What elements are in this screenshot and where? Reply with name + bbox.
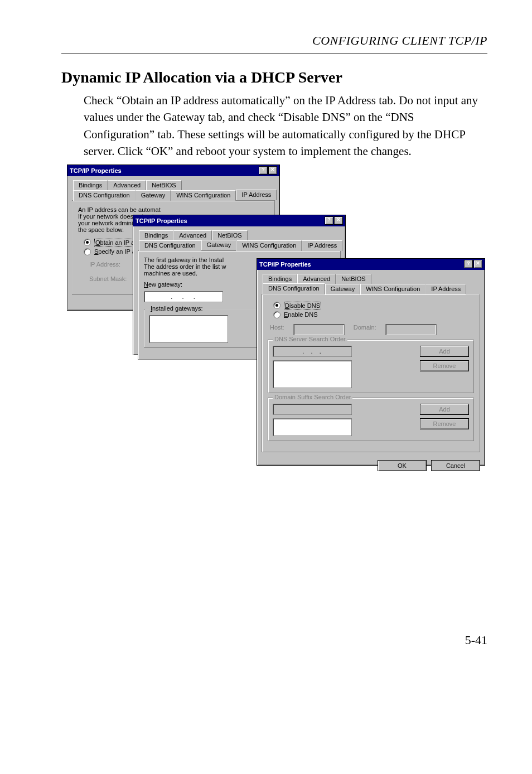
suffix-field: [273, 404, 352, 415]
tab-wins-config[interactable]: WINS Configuration: [360, 284, 425, 294]
dns-list: [273, 360, 352, 388]
suffix-list: [273, 418, 352, 436]
titlebar: TCP/IP Properties ? ✕: [133, 215, 345, 226]
label-host: Host:: [270, 324, 284, 331]
tab-bindings[interactable]: Bindings: [263, 274, 297, 284]
tab-ip-address[interactable]: IP Address: [236, 190, 277, 200]
group-dns-search-order: DNS Server Search Order: [273, 336, 347, 342]
radio-dot-icon: [84, 239, 91, 246]
group-domain-suffix: Domain Suffix Search Order: [273, 394, 352, 400]
domain-field: [385, 324, 437, 335]
tab-dns-config[interactable]: DNS Configuration: [139, 240, 201, 251]
radio-label: Disable DNS: [284, 302, 321, 309]
label-installed-gateways: Installed gateways:: [149, 305, 205, 312]
tab-gateway[interactable]: Gateway: [325, 284, 360, 294]
add-button: Add: [420, 404, 469, 415]
tab-netbios[interactable]: NetBIOS: [212, 230, 247, 240]
remove-button: Remove: [420, 418, 469, 429]
tabs-row-back: Bindings Advanced NetBIOS: [72, 180, 275, 190]
titlebar: TCP/IP Properties ? ✕: [257, 259, 485, 270]
tab-gateway[interactable]: Gateway: [136, 190, 171, 201]
dns-ip-field: . . .: [273, 346, 352, 357]
tab-advanced[interactable]: Advanced: [108, 180, 146, 190]
running-header: CONFIGURING CLIENT TCP/IP: [61, 33, 487, 54]
tab-ip-address[interactable]: IP Address: [425, 284, 466, 294]
tab-bindings[interactable]: Bindings: [139, 230, 173, 240]
body-text: Check “Obtain an IP address automaticall…: [84, 92, 487, 160]
ok-button[interactable]: OK: [378, 460, 427, 471]
tab-advanced[interactable]: Advanced: [297, 274, 336, 284]
tab-advanced[interactable]: Advanced: [173, 230, 212, 240]
new-gateway-field[interactable]: . . .: [144, 291, 223, 302]
close-icon[interactable]: ✕: [473, 260, 482, 268]
label-domain: Domain:: [354, 324, 376, 331]
tab-netbios[interactable]: NetBIOS: [336, 274, 371, 284]
title-text: TCP/IP Properties: [70, 167, 122, 174]
title-text: TCP/IP Properties: [259, 261, 311, 268]
tab-dns-config[interactable]: DNS Configuration: [73, 190, 136, 201]
tab-wins-config[interactable]: WINS Configuration: [236, 240, 302, 251]
page-number: 5-41: [61, 633, 487, 647]
tab-netbios[interactable]: NetBIOS: [146, 180, 181, 190]
help-icon[interactable]: ?: [464, 260, 473, 268]
title-text: TCP/IP Properties: [136, 217, 187, 224]
tab-wins-config[interactable]: WINS Configuration: [171, 190, 236, 201]
remove-button: Remove: [420, 360, 469, 371]
dialog-dns-config: TCP/IP Properties ? ✕ Bindings Advanced …: [257, 258, 485, 466]
cancel-button[interactable]: Cancel: [431, 460, 480, 471]
close-icon[interactable]: ✕: [268, 166, 277, 175]
close-icon[interactable]: ✕: [334, 216, 343, 225]
radio-enable-dns[interactable]: Enable DNS: [273, 311, 474, 318]
tab-ip-address[interactable]: IP Address: [302, 240, 342, 251]
section-title: Dynamic IP Allocation via a DHCP Server: [61, 69, 487, 86]
titlebar: TCP/IP Properties ? ✕: [67, 165, 279, 176]
radio-dot-icon: [273, 302, 280, 309]
help-icon[interactable]: ?: [259, 166, 268, 175]
help-icon[interactable]: ?: [325, 216, 333, 225]
label-ip-address: IP Address:: [89, 261, 137, 268]
add-button: Add: [420, 346, 469, 357]
radio-label: Enable DNS: [284, 311, 318, 318]
radio-dot-icon: [84, 248, 91, 255]
radio-dot-icon: [273, 311, 280, 318]
tab-gateway[interactable]: Gateway: [201, 240, 236, 250]
tab-bindings[interactable]: Bindings: [73, 180, 108, 190]
tabs-row-front: DNS Configuration Gateway WINS Configura…: [72, 190, 275, 200]
tab-dns-config[interactable]: DNS Configuration: [263, 283, 325, 294]
label-subnet-mask: Subnet Mask:: [89, 275, 137, 282]
radio-disable-dns[interactable]: Disable DNS: [273, 302, 474, 309]
installed-gateways-list[interactable]: [149, 315, 228, 343]
host-field: [293, 324, 345, 335]
